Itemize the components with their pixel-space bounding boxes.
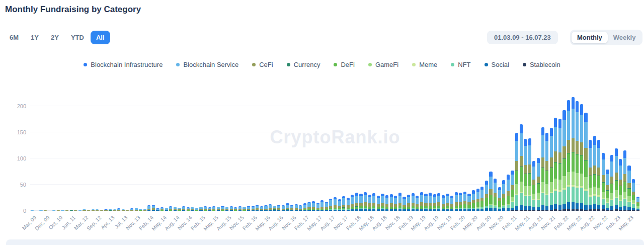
bar-column[interactable] bbox=[351, 195, 354, 211]
bar-column[interactable] bbox=[636, 197, 639, 211]
bar-column[interactable] bbox=[489, 172, 492, 211]
bar-column[interactable] bbox=[520, 124, 523, 211]
bar-column[interactable] bbox=[299, 205, 302, 211]
legend-item-nft[interactable]: NFT bbox=[451, 61, 470, 68]
bar-column[interactable] bbox=[368, 195, 371, 211]
bar-column[interactable] bbox=[602, 153, 605, 211]
bar-column[interactable] bbox=[307, 202, 310, 211]
bar-column[interactable] bbox=[342, 196, 345, 211]
bar-column[interactable] bbox=[290, 205, 293, 211]
bar-column[interactable] bbox=[187, 207, 190, 211]
bar-column[interactable] bbox=[191, 207, 194, 211]
bar-column[interactable] bbox=[480, 187, 484, 211]
bar-column[interactable] bbox=[174, 207, 177, 211]
toggle-weekly[interactable]: Weekly bbox=[608, 32, 641, 43]
bar-column[interactable] bbox=[147, 205, 150, 211]
bar-column[interactable] bbox=[550, 128, 553, 211]
bar-column[interactable] bbox=[390, 194, 393, 211]
bar-column[interactable] bbox=[580, 104, 583, 211]
legend-item-social[interactable]: Social bbox=[485, 61, 509, 68]
bar-column[interactable] bbox=[524, 139, 527, 211]
bar-column[interactable] bbox=[334, 197, 337, 211]
bar-column[interactable] bbox=[412, 193, 415, 211]
bar-column[interactable] bbox=[256, 205, 259, 211]
bar-column[interactable] bbox=[416, 196, 419, 211]
bar-column[interactable] bbox=[385, 195, 388, 211]
bar-column[interactable] bbox=[169, 206, 172, 211]
bar-column[interactable] bbox=[359, 194, 362, 211]
bar-column[interactable] bbox=[230, 206, 233, 211]
bar-column[interactable] bbox=[221, 206, 224, 211]
range-button-all[interactable]: All bbox=[91, 31, 110, 44]
bar-column[interactable] bbox=[532, 161, 535, 211]
range-button-ytd[interactable]: YTD bbox=[65, 31, 90, 44]
bar-column[interactable] bbox=[420, 192, 423, 211]
bar-column[interactable] bbox=[403, 197, 406, 211]
bar-column[interactable] bbox=[243, 207, 246, 211]
bar-column[interactable] bbox=[597, 140, 600, 211]
bar-column[interactable] bbox=[364, 192, 367, 211]
bar-column[interactable] bbox=[576, 101, 579, 211]
legend-item-gamefi[interactable]: GameFi bbox=[368, 61, 398, 68]
bar-column[interactable] bbox=[204, 206, 207, 211]
bar-column[interactable] bbox=[511, 171, 514, 211]
legend-item-currency[interactable]: Currency bbox=[287, 61, 320, 68]
bar-column[interactable] bbox=[442, 195, 445, 211]
bar-column[interactable] bbox=[182, 206, 185, 211]
bar-column[interactable] bbox=[610, 155, 613, 211]
bar-column[interactable] bbox=[627, 166, 630, 211]
bar-column[interactable] bbox=[584, 113, 587, 211]
bar-column[interactable] bbox=[377, 196, 380, 211]
bar-column[interactable] bbox=[355, 193, 358, 211]
bar-column[interactable] bbox=[264, 205, 267, 211]
bar-column[interactable] bbox=[152, 205, 155, 211]
bar-column[interactable] bbox=[472, 190, 475, 211]
bar-column[interactable] bbox=[394, 196, 397, 211]
bar-column[interactable] bbox=[507, 175, 510, 211]
bar-column[interactable] bbox=[619, 159, 622, 211]
bar-column[interactable] bbox=[485, 181, 488, 211]
legend-item-blockchain-infrastructure[interactable]: Blockchain Infrastructure bbox=[84, 61, 163, 68]
bar-column[interactable] bbox=[528, 138, 531, 211]
bar-column[interactable] bbox=[303, 203, 306, 211]
bar-column[interactable] bbox=[234, 207, 237, 211]
bar-column[interactable] bbox=[252, 206, 255, 211]
bar-column[interactable] bbox=[372, 193, 375, 211]
bar-column[interactable] bbox=[589, 140, 592, 211]
legend-item-defi[interactable]: DeFi bbox=[334, 61, 354, 68]
bar-column[interactable] bbox=[424, 194, 427, 211]
range-button-2y[interactable]: 2Y bbox=[45, 31, 64, 44]
bar-column[interactable] bbox=[463, 192, 466, 211]
bar-column[interactable] bbox=[632, 179, 635, 211]
range-button-1y[interactable]: 1Y bbox=[25, 31, 44, 44]
bar-column[interactable] bbox=[160, 207, 164, 211]
range-button-6m[interactable]: 6M bbox=[4, 31, 24, 44]
bar-column[interactable] bbox=[212, 206, 215, 211]
legend-item-cefi[interactable]: CeFi bbox=[252, 61, 273, 68]
bar-column[interactable] bbox=[572, 97, 575, 211]
bar-column[interactable] bbox=[329, 199, 332, 211]
bar-column[interactable] bbox=[208, 207, 211, 211]
bar-column[interactable] bbox=[238, 206, 242, 211]
bar-column[interactable] bbox=[446, 194, 449, 211]
bar-column[interactable] bbox=[437, 193, 440, 211]
bar-column[interactable] bbox=[381, 194, 384, 211]
bar-column[interactable] bbox=[558, 119, 561, 211]
bar-column[interactable] bbox=[295, 204, 298, 211]
bar-column[interactable] bbox=[537, 158, 540, 211]
bar-column[interactable] bbox=[459, 193, 462, 211]
bar-column[interactable] bbox=[407, 195, 410, 211]
bar-column[interactable] bbox=[515, 133, 518, 211]
legend-item-meme[interactable]: Meme bbox=[412, 61, 437, 68]
bar-column[interactable] bbox=[567, 100, 570, 211]
legend-item-stablecoin[interactable]: Stablecoin bbox=[523, 61, 560, 68]
bar-column[interactable] bbox=[606, 170, 609, 211]
bar-column[interactable] bbox=[398, 193, 401, 211]
bar-column[interactable] bbox=[502, 180, 505, 211]
bar-column[interactable] bbox=[450, 196, 453, 211]
bar-column[interactable] bbox=[282, 205, 285, 211]
bar-column[interactable] bbox=[312, 201, 315, 211]
bar-column[interactable] bbox=[338, 199, 341, 211]
bar-column[interactable] bbox=[593, 136, 596, 211]
bar-column[interactable] bbox=[455, 192, 458, 211]
